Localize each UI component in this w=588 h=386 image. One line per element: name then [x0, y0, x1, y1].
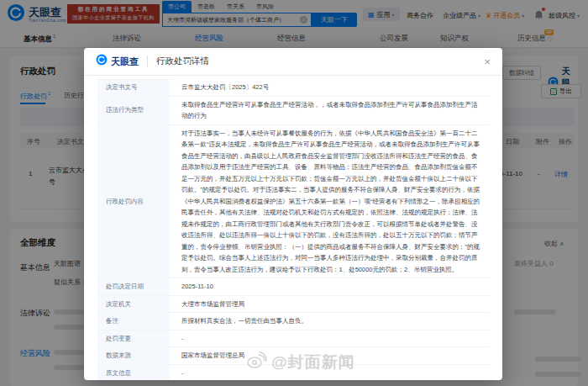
field-value: 所报材料真实合法，一切责任由当事人自负。	[170, 313, 489, 330]
tianyancha-logo-icon	[96, 54, 108, 69]
penalty-detail-modal: 天眼查 行政处罚详情 × 决定书文号 云市监大大处罚〔2025〕422号 违法行…	[84, 48, 502, 380]
field-row-doc-no: 决定书文号 云市监大大处罚〔2025〕422号	[97, 79, 489, 97]
modal-title: 行政处罚详情	[147, 56, 209, 67]
modal-brand: 天眼查	[111, 56, 139, 68]
field-value: 云市监大大处罚〔2025〕422号	[170, 79, 489, 96]
field-label: 决定书文号	[97, 79, 170, 96]
field-value: 对于违法事实一，当事人未经许可从事餐饮服务的行为，依据《中华人民共和国食品安全法…	[170, 125, 489, 278]
field-row-violation-type: 违法行为类型 未取得食品生产经营许可从事食品生产经营活动，，或者未取得食品添加剂…	[97, 97, 489, 125]
field-value: -	[170, 330, 489, 347]
watermark: @封面新闻	[245, 350, 355, 374]
field-label: 违法行为类型	[97, 97, 170, 124]
modal-body: 决定书文号 云市监大大处罚〔2025〕422号 违法行为类型 未取得食品生产经营…	[84, 76, 502, 380]
field-label: 处罚决定日期	[97, 278, 170, 295]
field-row-authority: 决定机关 大理市市场监督管理局	[97, 296, 489, 314]
field-label: 处罚变更	[97, 330, 170, 347]
field-value: 未取得食品生产经营许可从事食品生产经营活动，，或者未取得食品添加剂生产许可从事食…	[170, 97, 489, 124]
field-value: 大理市市场监督管理局	[170, 296, 489, 313]
weibo-icon	[245, 350, 271, 374]
close-icon[interactable]: ×	[484, 56, 491, 67]
modal-header: 天眼查 行政处罚详情 ×	[84, 48, 502, 76]
field-label: 备注	[97, 313, 170, 330]
field-row-decision-date: 处罚决定日期 2025-11-10	[97, 278, 489, 296]
field-row-penalty-content: 行政处罚内容 对于违法事实一，当事人未经许可从事餐饮服务的行为，依据《中华人民共…	[97, 125, 489, 279]
field-label: 原文信息	[97, 365, 170, 381]
watermark-text: @封面新闻	[271, 352, 355, 373]
field-label: 行政处罚内容	[97, 125, 170, 278]
field-row-remark: 备注 所报材料真实合法，一切责任由当事人自负。	[97, 313, 489, 330]
field-label: 决定机关	[97, 296, 170, 313]
field-label: 数据来源	[97, 347, 170, 364]
field-value: 2025-11-10	[170, 278, 489, 295]
field-row-penalty-change: 处罚变更 -	[97, 330, 489, 348]
